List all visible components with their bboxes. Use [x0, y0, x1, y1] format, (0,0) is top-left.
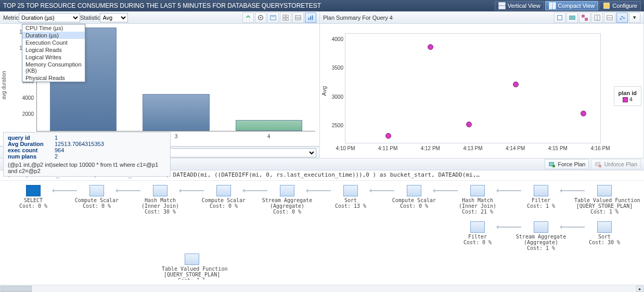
bar[interactable] [143, 94, 209, 131]
plan-operator[interactable]: SELECTCost: 0 % [3, 185, 63, 209]
plan-operator-icon [185, 254, 199, 265]
svg-rect-1 [499, 6, 505, 9]
plan-compare2-button[interactable] [579, 12, 590, 23]
plan-operator-icon [534, 221, 548, 233]
plan-operator[interactable]: Stream Aggregate(Aggregate)Cost: 0 % [257, 185, 317, 215]
scatter-point[interactable] [385, 133, 391, 139]
metric-dropdown-item[interactable]: Physical Reads [22, 74, 85, 82]
unforce-plan-button[interactable]: Unforce Plan [591, 159, 641, 169]
plan-operator[interactable]: Hash Match(Inner Join)Cost: 30 % [130, 185, 190, 215]
plan-operator-icon [343, 185, 358, 196]
scatter-x-tick: 4:12 PM [415, 145, 446, 151]
plan-operator-icon [407, 185, 421, 196]
bar-y-tick: 4000 [9, 95, 34, 101]
plan-operator[interactable]: Compute ScalarCost: 0 % [384, 185, 444, 209]
metric-dropdown-item[interactable]: Logical Writes [22, 54, 85, 61]
plan-refresh-button[interactable] [554, 12, 565, 23]
chart-view-button[interactable] [305, 12, 316, 23]
metric-dropdown-panel[interactable]: CPU Time (µs)Duration (µs)Execution Coun… [22, 24, 85, 82]
vertical-view-button[interactable]: Vertical View [495, 1, 544, 10]
plan-operator[interactable]: Hash Match(Inner Join)Cost: 21 % [447, 185, 508, 215]
plan-scatter-chart[interactable]: 25003000350040004:10 PM4:11 PM4:12 PM4:1… [345, 33, 601, 143]
unforce-plan-label: Unforce Plan [604, 161, 637, 167]
tooltip-row: num plans2 [8, 153, 166, 160]
metric-select[interactable]: Duration (µs) [19, 13, 80, 22]
plan-summary-title: Plan Summary For Query 4 [323, 15, 393, 21]
title-bar: TOP 25 TOP RESOURCE CONSUMERS DURING THE… [0, 0, 644, 11]
plan-operator[interactable]: Table Valued Function[QUERY_STORE_PLAN]C… [162, 254, 222, 280]
configure-button[interactable]: Configure [599, 1, 641, 10]
plan-layout-button[interactable] [591, 12, 603, 23]
view-query-button[interactable] [267, 12, 279, 23]
plan-operator[interactable]: Table Valued Function[QUERY_STORE_PLAN]C… [574, 185, 635, 215]
svg-rect-19 [558, 15, 562, 20]
bar-x-tick: 4 [259, 134, 279, 139]
svg-rect-10 [286, 15, 288, 17]
plan-operator[interactable]: FilterCost: 0 % [447, 221, 508, 245]
metric-dropdown-item[interactable]: Logical Reads [22, 46, 85, 54]
plan-grid-button[interactable] [604, 12, 615, 23]
scatter-y-tick: 4000 [323, 36, 343, 42]
svg-rect-12 [286, 18, 288, 20]
metric-dropdown-item[interactable]: Duration (µs) [22, 32, 85, 39]
tooltip-query-text: (@p1 int,@p2 int)select top 10000 * from… [8, 162, 166, 174]
scrollbar-right-arrow[interactable]: ▸ [636, 286, 643, 292]
svg-rect-18 [312, 15, 313, 20]
svg-rect-9 [283, 15, 285, 17]
scatter-point[interactable] [466, 122, 472, 127]
plan-operator[interactable]: Compute ScalarCost: 0 % [194, 185, 254, 209]
plan-compare-button[interactable] [566, 12, 578, 23]
plan-operator[interactable]: FilterCost: 1 % [511, 185, 571, 209]
metric-dropdown-item[interactable]: Memory Consumption (KB) [22, 61, 85, 74]
compact-view-button[interactable]: Compact View [545, 1, 599, 10]
svg-rect-4 [604, 3, 610, 9]
plan-arrow [434, 190, 458, 191]
plan-arrow [243, 190, 267, 191]
svg-rect-23 [585, 18, 587, 20]
svg-rect-0 [499, 3, 505, 5]
scatter-point[interactable] [581, 111, 586, 116]
grid-view-button[interactable] [280, 12, 291, 23]
plan-operator[interactable]: Compute ScalarCost: 0 % [67, 185, 127, 209]
track-query-button[interactable] [255, 12, 266, 23]
scatter-point[interactable] [428, 44, 433, 50]
right-pane-toolbar: Plan Summary For Query 4 ▾ [320, 11, 643, 24]
plan-dropdown-button[interactable]: ▾ [629, 12, 640, 23]
table-view-button[interactable] [292, 12, 304, 23]
plan-arrow [561, 227, 585, 228]
scrollbar-thumb[interactable] [1, 286, 32, 292]
svg-rect-21 [573, 16, 575, 19]
metric-dropdown-item[interactable]: Execution Count [22, 39, 85, 46]
svg-rect-7 [271, 15, 276, 20]
refresh-button[interactable] [242, 12, 254, 23]
execution-plan-diagram[interactable]: SELECTCost: 0 %Compute ScalarCost: 0 %Ha… [0, 181, 644, 280]
plan-operator[interactable]: SortCost: 13 % [320, 185, 381, 209]
metric-label: Metric [3, 15, 19, 21]
force-plan-icon [548, 161, 556, 168]
scatter-x-tick: 4:15 PM [542, 145, 573, 151]
horizontal-scrollbar[interactable]: ▸ [0, 285, 644, 292]
tooltip-row: Avg Duration12513.7064315353 [8, 141, 166, 147]
svg-rect-16 [308, 18, 310, 20]
plan-operator[interactable]: SortCost: 30 % [574, 221, 635, 245]
svg-rect-3 [552, 3, 555, 9]
statistic-select[interactable]: Avg [100, 13, 128, 22]
plan-operator-icon [470, 221, 485, 233]
force-plan-button[interactable]: Force Plan [545, 159, 589, 169]
plan-operator[interactable]: Stream Aggregate(Aggregate)Cost: 1 % [511, 221, 571, 251]
svg-rect-17 [310, 16, 311, 20]
compact-layout-icon [549, 2, 556, 9]
bar[interactable] [236, 120, 302, 131]
left-pane-toolbar: Metric Duration (µs) Statistic Avg [0, 11, 319, 24]
scatter-point[interactable] [513, 82, 519, 87]
svg-rect-2 [549, 3, 551, 9]
legend-title: plan id [619, 90, 637, 96]
legend-item-label: 4 [629, 96, 633, 102]
metric-dropdown-item[interactable]: CPU Time (µs) [22, 24, 85, 32]
plan-operator-icon [153, 185, 168, 196]
legend-swatch [623, 97, 628, 102]
plan-chart-button[interactable] [616, 12, 628, 23]
force-plan-label: Force Plan [558, 161, 585, 167]
svg-rect-20 [570, 16, 572, 19]
configure-icon [603, 2, 610, 9]
